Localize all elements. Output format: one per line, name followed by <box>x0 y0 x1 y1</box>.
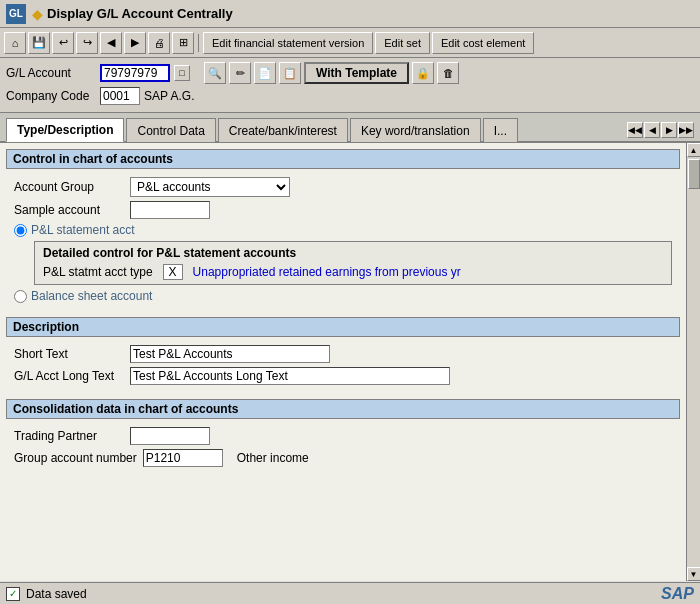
pl-statement-radio-label: P&L statement acct <box>31 223 135 237</box>
company-code-label: Company Code <box>6 89 96 103</box>
tab-type-description[interactable]: Type/Description <box>6 118 124 142</box>
control-chart-content: Account Group P&L accounts Sample accoun… <box>6 173 680 311</box>
gl-account-input[interactable] <box>100 64 170 82</box>
long-text-row: G/L Acct Long Text <box>14 367 672 385</box>
tab-nav-prev[interactable]: ◀ <box>644 122 660 138</box>
group-account-desc: Other income <box>237 451 309 465</box>
sample-account-label: Sample account <box>14 203 124 217</box>
redo-button[interactable]: ↪ <box>76 32 98 54</box>
lock-icon-btn[interactable]: 🔒 <box>412 62 434 84</box>
content-area: Control in chart of accounts Account Gro… <box>0 143 700 581</box>
field-area: G/L Account □ 🔍 ✏ 📄 📋 With Template 🔒 🗑 … <box>0 58 700 113</box>
with-template-button[interactable]: With Template <box>304 62 409 84</box>
title-bar: GL ◆ Display G/L Account Centrally <box>0 0 700 28</box>
tab-nav-buttons: ◀◀ ◀ ▶ ▶▶ <box>627 122 694 141</box>
pl-type-desc: Unappropriated retained earnings from pr… <box>193 265 461 279</box>
status-bar: ✓ Data saved SAP <box>0 582 700 604</box>
consolidation-section: Consolidation data in chart of accounts … <box>6 399 680 475</box>
edit-icon-btn[interactable]: ✏ <box>229 62 251 84</box>
group-account-row: Group account number Other income <box>14 449 672 467</box>
scrollbar-thumb[interactable] <box>688 159 700 189</box>
sap-logo: SAP <box>661 585 694 603</box>
tab-create-bank-interest[interactable]: Create/bank/interest <box>218 118 348 142</box>
search-icon-btn[interactable]: 🔍 <box>204 62 226 84</box>
edit-set-button[interactable]: Edit set <box>375 32 430 54</box>
undo-button[interactable]: ↩ <box>52 32 74 54</box>
gl-account-label: G/L Account <box>6 66 96 80</box>
description-content: Short Text G/L Acct Long Text <box>6 341 680 393</box>
scrollbar: ▲ ▼ <box>686 143 700 581</box>
save-button[interactable]: 💾 <box>28 32 50 54</box>
trading-partner-input[interactable] <box>130 427 210 445</box>
back-button[interactable]: ◀ <box>100 32 122 54</box>
trading-partner-row: Trading Partner <box>14 427 672 445</box>
consolidation-content: Trading Partner Group account number Oth… <box>6 423 680 475</box>
tab-nav-next[interactable]: ▶ <box>661 122 677 138</box>
right-toolbar: 🔍 ✏ 📄 📋 With Template 🔒 🗑 <box>204 62 459 84</box>
tab-nav-first[interactable]: ◀◀ <box>627 122 643 138</box>
company-name: SAP A.G. <box>144 89 194 103</box>
sample-account-input[interactable] <box>130 201 210 219</box>
tab-nav-last[interactable]: ▶▶ <box>678 122 694 138</box>
long-text-label: G/L Acct Long Text <box>14 369 124 383</box>
short-text-input[interactable] <box>130 345 330 363</box>
status-text: Data saved <box>26 587 87 601</box>
layout-button[interactable]: ⊞ <box>172 32 194 54</box>
long-text-input[interactable] <box>130 367 450 385</box>
balance-sheet-radio-row: Balance sheet account <box>14 289 672 303</box>
gl-account-select-btn[interactable]: □ <box>174 65 190 81</box>
account-group-label: Account Group <box>14 180 124 194</box>
tab-i[interactable]: I... <box>483 118 518 142</box>
tab-control-data[interactable]: Control Data <box>126 118 215 142</box>
short-text-label: Short Text <box>14 347 124 361</box>
pl-statement-radio-row: P&L statement acct <box>14 223 672 237</box>
separator-1 <box>198 34 199 52</box>
description-section: Description Short Text G/L Acct Long Tex… <box>6 317 680 393</box>
edit-financial-stmt-button[interactable]: Edit financial statement version <box>203 32 373 54</box>
template-icon-btn[interactable]: 📋 <box>279 62 301 84</box>
status-left: ✓ Data saved <box>6 587 87 601</box>
consolidation-header: Consolidation data in chart of accounts <box>6 399 680 419</box>
pl-statement-radio[interactable] <box>14 224 27 237</box>
trading-partner-label: Trading Partner <box>14 429 124 443</box>
description-header: Description <box>6 317 680 337</box>
main-scroll: Control in chart of accounts Account Gro… <box>0 143 686 581</box>
main-toolbar: ⌂ 💾 ↩ ↪ ◀ ▶ 🖨 ⊞ Edit financial statement… <box>0 28 700 58</box>
account-group-row: Account Group P&L accounts <box>14 177 672 197</box>
edit-cost-element-button[interactable]: Edit cost element <box>432 32 534 54</box>
scroll-up-btn[interactable]: ▲ <box>687 143 701 157</box>
status-checkmark: ✓ <box>6 587 20 601</box>
balance-sheet-radio[interactable] <box>14 290 27 303</box>
gl-account-row: G/L Account □ 🔍 ✏ 📄 📋 With Template 🔒 🗑 <box>6 62 694 84</box>
diamond-icon: ◆ <box>32 6 43 22</box>
group-account-label: Group account number <box>14 451 137 465</box>
print-button[interactable]: 🖨 <box>148 32 170 54</box>
control-chart-section: Control in chart of accounts Account Gro… <box>6 149 680 311</box>
balance-sheet-label: Balance sheet account <box>31 289 152 303</box>
company-code-input[interactable] <box>100 87 140 105</box>
pl-type-row: P&L statmt acct type X Unappropriated re… <box>43 264 663 280</box>
company-code-row: Company Code SAP A.G. <box>6 87 694 105</box>
window-title: Display G/L Account Centrally <box>47 6 233 21</box>
tab-keyword-translation[interactable]: Key word/translation <box>350 118 481 142</box>
tabs-bar: Type/Description Control Data Create/ban… <box>0 113 700 143</box>
pl-type-label: P&L statmt acct type <box>43 265 153 279</box>
delete-icon-btn[interactable]: 🗑 <box>437 62 459 84</box>
control-chart-header: Control in chart of accounts <box>6 149 680 169</box>
app-icon: GL <box>6 4 26 24</box>
sample-account-row: Sample account <box>14 201 672 219</box>
pl-type-value: X <box>163 264 183 280</box>
short-text-row: Short Text <box>14 345 672 363</box>
forward-button[interactable]: ▶ <box>124 32 146 54</box>
home-button[interactable]: ⌂ <box>4 32 26 54</box>
pl-detailed-header: Detailed control for P&L statement accou… <box>43 246 663 260</box>
pl-detailed-box: Detailed control for P&L statement accou… <box>34 241 672 285</box>
scroll-down-btn[interactable]: ▼ <box>687 567 701 581</box>
copy-icon-btn[interactable]: 📄 <box>254 62 276 84</box>
group-account-input[interactable] <box>143 449 223 467</box>
account-group-select[interactable]: P&L accounts <box>130 177 290 197</box>
